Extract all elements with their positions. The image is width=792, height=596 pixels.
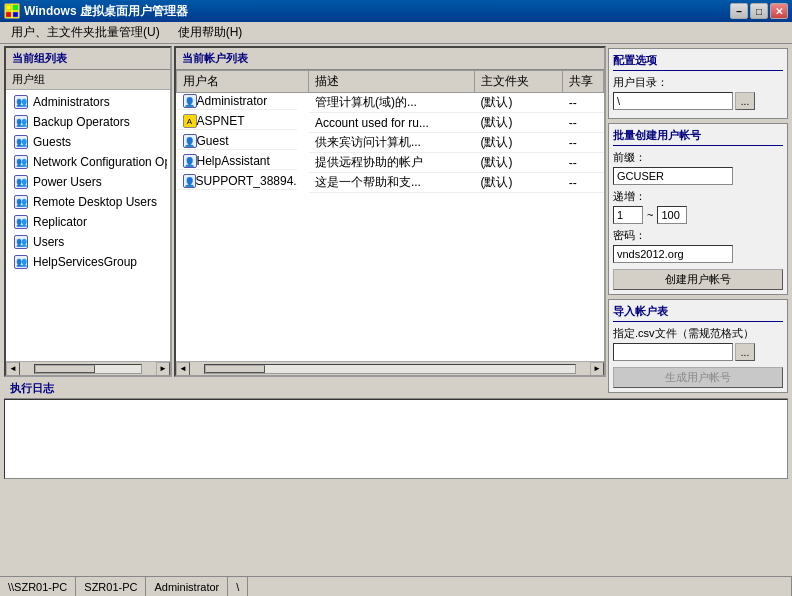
user-name-cell: 👤Administrator xyxy=(177,93,297,110)
config-options-title: 配置选项 xyxy=(613,53,783,71)
create-users-btn[interactable]: 创建用户帐号 xyxy=(613,269,783,290)
user-table: 用户名 描述 主文件夹 共享 👤Administrator管理计算机(域)的..… xyxy=(176,70,604,193)
mid-scroll-thumb[interactable] xyxy=(205,365,265,373)
table-row[interactable]: AASPNETAccount used for ru...(默认)-- xyxy=(177,113,604,133)
user-home-cell: (默认) xyxy=(474,153,562,173)
scroll-left-btn[interactable]: ◄ xyxy=(6,362,20,376)
group-name: Replicator xyxy=(33,215,87,229)
status-path: \ xyxy=(228,577,248,596)
generate-users-btn[interactable]: 生成用户帐号 xyxy=(613,367,783,388)
svg-rect-1 xyxy=(13,5,18,10)
log-area xyxy=(4,399,788,479)
left-hscrollbar[interactable]: ◄ ► xyxy=(6,361,170,375)
group-icon xyxy=(14,115,28,129)
user-name-cell: 👤SUPPORT_38894... xyxy=(177,173,297,190)
col-header-share[interactable]: 共享 xyxy=(563,71,604,93)
group-name: HelpServicesGroup xyxy=(33,255,137,269)
list-item[interactable]: Users xyxy=(8,232,168,252)
col-header-name[interactable]: 用户名 xyxy=(177,71,309,93)
status-server: \\SZR01-PC xyxy=(0,577,76,596)
user-list-header: 当前帐户列表 xyxy=(176,48,604,70)
import-title: 导入帐户表 xyxy=(613,304,783,322)
list-item[interactable]: Guests xyxy=(8,132,168,152)
user-dir-browse-btn[interactable]: ... xyxy=(735,92,755,110)
app-icon xyxy=(4,3,20,19)
user-table-scroll[interactable]: 用户名 描述 主文件夹 共享 👤Administrator管理计算机(域)的..… xyxy=(176,70,604,361)
svg-rect-0 xyxy=(6,5,11,10)
list-item[interactable]: HelpServicesGroup xyxy=(8,252,168,272)
col-header-home[interactable]: 主文件夹 xyxy=(474,71,562,93)
user-share-cell: -- xyxy=(563,93,604,113)
scroll-track[interactable] xyxy=(34,364,142,374)
maximize-button[interactable]: □ xyxy=(750,3,768,19)
minimize-button[interactable]: – xyxy=(730,3,748,19)
list-item[interactable]: Remote Desktop Users xyxy=(8,192,168,212)
user-icon: 👤 xyxy=(183,94,197,108)
user-icon: 👤 xyxy=(183,154,197,168)
right-panel: 配置选项 用户目录： ... 批量创建用户帐号 前缀： 递增： ~ 密码： xyxy=(608,48,788,375)
increment-start-input[interactable] xyxy=(613,206,643,224)
table-row[interactable]: 👤SUPPORT_38894...这是一个帮助和支...(默认)-- xyxy=(177,173,604,193)
prefix-input[interactable] xyxy=(613,167,733,185)
user-share-cell: -- xyxy=(563,153,604,173)
import-section: 导入帐户表 指定.csv文件（需规范格式） ... 生成用户帐号 xyxy=(608,299,788,393)
table-row[interactable]: 👤Administrator管理计算机(域)的...(默认)-- xyxy=(177,93,604,113)
title-bar: Windows 虚拟桌面用户管理器 – □ ✕ xyxy=(0,0,792,22)
increment-end-input[interactable] xyxy=(657,206,687,224)
close-button[interactable]: ✕ xyxy=(770,3,788,19)
increment-row: ~ xyxy=(613,206,783,224)
password-label: 密码： xyxy=(613,228,783,243)
user-home-cell: (默认) xyxy=(474,173,562,193)
scroll-right-btn[interactable]: ► xyxy=(156,362,170,376)
group-name: Remote Desktop Users xyxy=(33,195,157,209)
password-row xyxy=(613,245,783,263)
menu-help[interactable]: 使用帮助(H) xyxy=(169,21,252,44)
prefix-row xyxy=(613,167,783,185)
menu-bar: 用户、主文件夹批量管理(U) 使用帮助(H) xyxy=(0,22,792,44)
csv-path-input[interactable] xyxy=(613,343,733,361)
group-icon xyxy=(14,155,28,169)
group-list-subheader: 用户组 xyxy=(6,70,170,90)
list-item[interactable]: Power Users xyxy=(8,172,168,192)
svg-rect-3 xyxy=(13,12,18,17)
table-row[interactable]: 👤HelpAssistant提供远程协助的帐户(默认)-- xyxy=(177,153,604,173)
list-item[interactable]: Replicator xyxy=(8,212,168,232)
user-desc-cell: Account used for ru... xyxy=(309,113,475,133)
status-bar: \\SZR01-PC SZR01-PC Administrator \ xyxy=(0,576,792,596)
user-home-cell: (默认) xyxy=(474,93,562,113)
mid-scroll-track[interactable] xyxy=(204,364,576,374)
user-name-cell: 👤HelpAssistant xyxy=(177,153,297,170)
mid-scroll-right-btn[interactable]: ► xyxy=(590,362,604,376)
menu-users[interactable]: 用户、主文件夹批量管理(U) xyxy=(2,21,169,44)
user-share-cell: -- xyxy=(563,133,604,153)
password-input[interactable] xyxy=(613,245,733,263)
mid-hscrollbar[interactable]: ◄ ► xyxy=(176,361,604,375)
status-extra xyxy=(248,577,792,596)
group-name: Backup Operators xyxy=(33,115,130,129)
window-controls: – □ ✕ xyxy=(730,3,788,19)
svg-rect-2 xyxy=(6,12,11,17)
scroll-thumb[interactable] xyxy=(35,365,95,373)
group-icon xyxy=(14,255,28,269)
list-item[interactable]: Network Configuration Ope xyxy=(8,152,168,172)
prefix-label: 前缀： xyxy=(613,150,783,165)
batch-create-title: 批量创建用户帐号 xyxy=(613,128,783,146)
user-share-cell: -- xyxy=(563,173,604,193)
status-user: Administrator xyxy=(146,577,228,596)
csv-browse-btn[interactable]: ... xyxy=(735,343,755,361)
user-desc-cell: 管理计算机(域)的... xyxy=(309,93,475,113)
user-dir-row: ... xyxy=(613,92,783,110)
user-home-cell: (默认) xyxy=(474,133,562,153)
group-name: Guests xyxy=(33,135,71,149)
user-desc-cell: 提供远程协助的帐户 xyxy=(309,153,475,173)
col-header-desc[interactable]: 描述 xyxy=(309,71,475,93)
list-item[interactable]: Administrators xyxy=(8,92,168,112)
user-dir-input[interactable] xyxy=(613,92,733,110)
range-separator: ~ xyxy=(645,209,655,221)
table-row[interactable]: 👤Guest供来宾访问计算机...(默认)-- xyxy=(177,133,604,153)
user-desc-cell: 供来宾访问计算机... xyxy=(309,133,475,153)
group-icon xyxy=(14,175,28,189)
list-item[interactable]: Backup Operators xyxy=(8,112,168,132)
csv-row: ... xyxy=(613,343,783,361)
mid-scroll-left-btn[interactable]: ◄ xyxy=(176,362,190,376)
